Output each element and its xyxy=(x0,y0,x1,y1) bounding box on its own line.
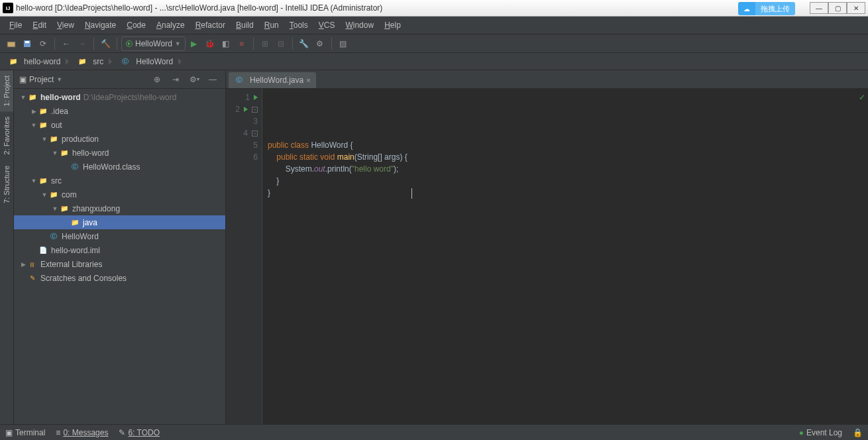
back-button[interactable]: ← xyxy=(59,36,74,51)
editor-body[interactable]: 12−34−56 ✓ public class HelloWord { publ… xyxy=(226,89,868,424)
tree-item[interactable]: 📁production xyxy=(14,132,225,146)
stop-button[interactable]: ■ xyxy=(235,36,249,51)
build-button[interactable]: 🔨 xyxy=(98,36,113,51)
menu-build[interactable]: Build xyxy=(231,18,259,32)
breadcrumb-src[interactable]: 📁src xyxy=(73,55,116,68)
breadcrumb-hello-word[interactable]: 📁hello-word xyxy=(4,55,73,68)
messages-icon: ≡ xyxy=(56,428,60,437)
fold-icon[interactable]: − xyxy=(252,131,258,137)
forward-button[interactable]: → xyxy=(75,36,89,51)
project-icon: ▣ xyxy=(19,75,27,84)
run-gutter-icon[interactable] xyxy=(244,107,248,112)
run-gutter-icon[interactable] xyxy=(254,95,258,100)
maximize-button[interactable]: ▢ xyxy=(828,2,847,14)
tree-item[interactable]: 📁com xyxy=(14,188,225,201)
event-log-icon: ● xyxy=(799,428,804,437)
menu-window[interactable]: Window xyxy=(340,18,379,32)
status-bar: ▣Terminal ≡0: Messages ✎6: TODO ●Event L… xyxy=(0,424,868,440)
panel-settings-button[interactable]: ⚙▾ xyxy=(187,72,201,87)
gutter[interactable]: 12−34−56 xyxy=(226,89,262,424)
menu-code[interactable]: Code xyxy=(121,18,151,32)
menu-edit[interactable]: Edit xyxy=(27,18,52,32)
run-button[interactable]: ▶ xyxy=(187,36,201,51)
expand-icon[interactable] xyxy=(30,108,38,115)
svg-rect-0 xyxy=(7,42,15,47)
expand-icon[interactable] xyxy=(30,122,38,129)
todo-tool[interactable]: ✎6: TODO xyxy=(119,428,160,437)
menu-view[interactable]: View xyxy=(52,18,80,32)
collapse-button[interactable]: ⇥ xyxy=(168,72,183,87)
menu-vcs[interactable]: VCS xyxy=(313,18,341,32)
todo-icon: ✎ xyxy=(119,428,125,437)
project-panel-title: Project xyxy=(29,75,54,84)
tree-item[interactable]: 📁out xyxy=(14,118,225,132)
tree-item[interactable]: ⒸHelloWord.class xyxy=(14,160,225,174)
inspection-ok-icon[interactable]: ✓ xyxy=(859,91,865,103)
left-tool-strip: 1: Project2: Favorites7: Structure xyxy=(0,70,14,424)
tree-item[interactable]: 📁zhangxudong xyxy=(14,201,225,215)
chevron-down-icon: ▼ xyxy=(56,76,62,83)
expand-icon[interactable] xyxy=(40,136,48,142)
tree-item[interactable]: 📁src xyxy=(14,174,225,188)
upload-badge-text: 拖拽上传 xyxy=(755,2,795,15)
minimize-button[interactable]: — xyxy=(810,2,828,14)
vcs-button-2[interactable]: ⊟ xyxy=(274,36,288,51)
project-tree[interactable]: 📁hello-wordD:\IdeaProjects\hello-word📁.i… xyxy=(14,89,225,424)
project-view-selector[interactable]: ▣ Project ▼ xyxy=(19,75,146,84)
event-log[interactable]: ●Event Log xyxy=(799,428,842,437)
messages-tool[interactable]: ≡0: Messages xyxy=(56,428,108,437)
menu-navigate[interactable]: Navigate xyxy=(80,18,121,32)
menu-refactor[interactable]: Refactor xyxy=(190,18,231,32)
code-area[interactable]: ✓ public class HelloWord { public static… xyxy=(262,89,868,424)
save-button[interactable] xyxy=(20,36,34,51)
tool-project[interactable]: 1: Project xyxy=(0,70,13,111)
upload-badge[interactable]: ☁ 拖拽上传 xyxy=(738,2,795,15)
expand-icon[interactable] xyxy=(19,94,27,101)
tree-item[interactable]: ⒸHelloWord xyxy=(14,229,225,243)
tab-close-icon[interactable]: × xyxy=(306,76,310,84)
refresh-button[interactable]: ⟳ xyxy=(36,36,50,51)
svg-rect-2 xyxy=(25,41,29,43)
hide-button[interactable]: — xyxy=(205,72,220,87)
editor-tab[interactable]: ⒸHelloWord.java× xyxy=(229,72,316,88)
project-panel-header: ▣ Project ▼ ⊕ ⇥ ⚙▾ — xyxy=(14,70,225,89)
lock-icon[interactable]: 🔒 xyxy=(853,428,863,437)
expand-icon[interactable] xyxy=(51,150,59,156)
run-config-selector[interactable]: HelloWord ▼ xyxy=(121,36,186,51)
expand-icon[interactable] xyxy=(30,178,38,184)
menu-tools[interactable]: Tools xyxy=(284,18,313,32)
expand-icon[interactable] xyxy=(51,205,59,212)
debug-button[interactable]: 🐞 xyxy=(203,36,217,51)
close-button[interactable]: ✕ xyxy=(847,2,865,14)
window-title: hello-word [D:\IdeaProjects\hello-word] … xyxy=(16,3,810,13)
coverage-button[interactable]: ◧ xyxy=(219,36,233,51)
tree-item[interactable]: ✎Scratches and Consoles xyxy=(14,271,225,285)
expand-icon[interactable] xyxy=(19,261,27,268)
open-button[interactable] xyxy=(4,36,19,51)
tree-item[interactable]: 📄hello-word.iml xyxy=(14,243,225,257)
menu-help[interactable]: Help xyxy=(379,18,406,32)
settings-button[interactable]: ⚙ xyxy=(313,36,327,51)
expand-icon[interactable] xyxy=(40,192,48,198)
menu-run[interactable]: Run xyxy=(259,18,284,32)
tool-favorites[interactable]: 2: Favorites xyxy=(0,111,13,160)
structure-button[interactable]: ▤ xyxy=(336,36,351,51)
breadcrumb-helloword[interactable]: ⒸHelloWord xyxy=(116,55,186,68)
tree-item[interactable]: 📁hello-wordD:\IdeaProjects\hello-word xyxy=(14,90,225,104)
tree-item[interactable]: 📁hello-word xyxy=(14,146,225,160)
tree-item[interactable]: ⫼External Libraries xyxy=(14,257,225,271)
editor-tabs: ⒸHelloWord.java× xyxy=(226,70,868,89)
tree-item[interactable]: 📁java xyxy=(14,215,225,229)
menu-analyze[interactable]: Analyze xyxy=(151,18,190,32)
window-titlebar: IJ hello-word [D:\IdeaProjects\hello-wor… xyxy=(0,0,868,17)
terminal-tool[interactable]: ▣Terminal xyxy=(5,428,45,437)
fold-icon[interactable]: − xyxy=(252,107,258,113)
vcs-button-1[interactable]: ⊞ xyxy=(258,36,272,51)
tool-structure[interactable]: 7: Structure xyxy=(0,160,13,209)
locate-button[interactable]: ⊕ xyxy=(150,72,164,87)
menu-file[interactable]: File xyxy=(4,18,27,32)
text-cursor xyxy=(411,188,412,199)
search-button[interactable]: 🔧 xyxy=(297,36,311,51)
terminal-icon: ▣ xyxy=(5,428,13,437)
tree-item[interactable]: 📁.idea xyxy=(14,104,225,118)
